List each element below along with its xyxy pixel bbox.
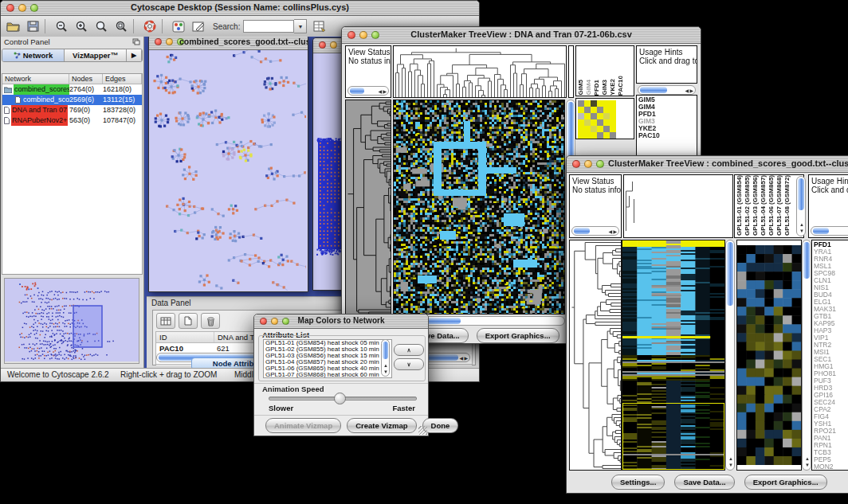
network-row-name[interactable]: combined_sco: [2, 95, 69, 105]
tv2-collabel-scrollbar[interactable]: ▲ ▼: [796, 176, 806, 236]
search-input[interactable]: [243, 20, 294, 33]
dialog-action-button[interactable]: Animate Vizmap: [265, 418, 341, 433]
save-session-button[interactable]: [25, 19, 41, 33]
node-attributes-button[interactable]: [171, 19, 186, 33]
move-up-button[interactable]: ∧: [394, 344, 424, 356]
search-dropdown-button[interactable]: ▼: [294, 19, 307, 33]
dialog-title-bar[interactable]: Map Colors to Network: [254, 315, 428, 329]
tv2-column-dendrogram-panel[interactable]: [623, 174, 733, 238]
network-overview-canvas[interactable]: [5, 279, 139, 361]
tv1-global-heatmap[interactable]: [578, 100, 616, 139]
scroll-down-icon[interactable]: ▼: [728, 462, 733, 468]
col-edges[interactable]: Edges: [103, 74, 142, 84]
scroll-right-icon[interactable]: ▶: [464, 355, 468, 361]
tv2-action-button[interactable]: Save Data...: [674, 475, 734, 490]
attribute-listbox[interactable]: GPL51-01 (GSM854) heat shock 05 minGPL51…: [263, 339, 392, 378]
scroll-up-icon[interactable]: ▲: [799, 221, 804, 228]
col-nodes[interactable]: Nodes: [69, 74, 103, 84]
dialog-action-button[interactable]: Done: [422, 418, 459, 433]
tv1-scroll-strip[interactable]: [568, 45, 574, 98]
tv2-action-button[interactable]: Settings...: [611, 475, 665, 490]
network-view-title-bar[interactable]: combined_scores_good.txt--cluste...: [149, 37, 308, 50]
scroll-right-icon[interactable]: ▶: [613, 229, 617, 235]
network-row[interactable]: DNA and Tran 07769(0)183728(0): [2, 105, 142, 115]
zoom-fit-button[interactable]: [93, 19, 109, 33]
tv1-row-dendrogram-canvas[interactable]: [346, 100, 391, 314]
tv2-usage-hints-panel: Usage Hints Click and drag to: [808, 174, 848, 238]
open-session-button[interactable]: [5, 19, 21, 33]
tv1-heatmap-panel[interactable]: [393, 100, 565, 315]
tv2-heatmap-canvas[interactable]: [622, 240, 724, 470]
annotation-button[interactable]: [190, 19, 206, 33]
attribute-browser-button[interactable]: [312, 19, 328, 33]
scroll-up-icon[interactable]: ▲: [383, 362, 388, 369]
tv2-status-scrollbar[interactable]: ◀ ▶: [571, 226, 619, 236]
tv2-zoom-heatmap-canvas[interactable]: [737, 245, 801, 465]
chevron-down-icon: ▼: [298, 24, 304, 29]
tv1-action-button[interactable]: Export Graphics...: [477, 328, 559, 343]
col-network[interactable]: Network: [2, 74, 69, 84]
scroll-left-icon[interactable]: ◀: [459, 355, 463, 361]
animation-slider-thumb[interactable]: [334, 393, 346, 404]
network-row[interactable]: RNAPuberNov2+563(0)107847(0): [2, 115, 142, 126]
tv1-status-scrollbar[interactable]: ◀ ▶: [347, 86, 389, 96]
tv2-action-button[interactable]: Export Graphics...: [744, 475, 827, 490]
tv2-column-dendrogram-canvas[interactable]: [624, 175, 732, 237]
delete-attribute-button[interactable]: [201, 313, 220, 329]
move-down-button[interactable]: ∨: [394, 358, 424, 370]
tv1-heatmap-canvas[interactable]: [394, 100, 564, 314]
scroll-down-icon[interactable]: ▼: [799, 228, 804, 234]
heatmap-cell: [578, 100, 584, 107]
zoom-selected-button[interactable]: [113, 19, 129, 33]
scroll-up-icon[interactable]: ▲: [805, 455, 810, 462]
scroll-up-icon[interactable]: ▲: [728, 455, 733, 462]
select-attributes-button[interactable]: [156, 313, 175, 329]
tv2-zoom-vscrollbar[interactable]: ▲ ▼: [802, 240, 811, 471]
zoom-in-button[interactable]: [73, 19, 89, 33]
main-title-bar[interactable]: Cytoscape Desktop (Session Name: collins…: [1, 1, 479, 16]
tv1-row-dendrogram-panel[interactable]: [345, 100, 391, 315]
tab-vizmapper[interactable]: VizMapper™: [65, 49, 127, 61]
tv2-row-dendrogram-canvas[interactable]: [570, 240, 621, 470]
tv2-row-dendrogram-panel[interactable]: [569, 240, 622, 471]
col-id[interactable]: ID: [156, 332, 214, 342]
new-attribute-button[interactable]: [179, 313, 198, 329]
scroll-left-icon[interactable]: ◀: [685, 88, 689, 94]
network-row-name[interactable]: DNA and Tran 07: [2, 105, 69, 115]
tv1-usage-scrollbar[interactable]: ◀ ▶: [638, 85, 696, 95]
tv2-heatmap-panel[interactable]: [622, 240, 725, 471]
tab-overflow-button[interactable]: ▶: [127, 49, 142, 61]
attribute-list-scrollbar[interactable]: ▲ ▼: [381, 339, 390, 377]
minimize-button[interactable]: [330, 41, 337, 49]
dialog-action-button[interactable]: Create Vizmap: [347, 418, 416, 433]
tv2-heatmap-vscrollbar[interactable]: ▲ ▼: [725, 240, 735, 471]
treeview2-title-bar[interactable]: ClusterMaker TreeView : combined_scores_…: [567, 156, 848, 173]
help-button[interactable]: [142, 19, 158, 33]
scroll-left-icon[interactable]: ◀: [608, 229, 612, 235]
network-list-header[interactable]: Network Nodes Edges: [2, 74, 142, 84]
attribute-item[interactable]: GPL51-07 (GSM868) heat shock 60 min: [264, 372, 391, 378]
tv2-usage-scrollbar[interactable]: [811, 226, 848, 236]
scroll-down-icon[interactable]: ▼: [805, 462, 810, 468]
tv1-column-dendrogram-panel[interactable]: [393, 45, 567, 98]
scroll-right-icon[interactable]: ▶: [689, 88, 693, 94]
network-row-name[interactable]: combined_scores: [2, 84, 69, 95]
tv1-global-heatmap-panel[interactable]: [575, 98, 634, 139]
network-row[interactable]: combined_scores2764(0)16218(0): [2, 84, 142, 95]
network-row[interactable]: combined_sco2569(6)13112(15): [2, 95, 142, 105]
zoom-out-button[interactable]: [53, 19, 69, 33]
treeview1-title-bar[interactable]: ClusterMaker TreeView : DNA and Tran 07-…: [342, 27, 701, 44]
scroll-down-icon[interactable]: ▼: [383, 369, 388, 375]
network-row-name[interactable]: RNAPuberNov2+: [2, 115, 69, 126]
network-overview[interactable]: [4, 278, 139, 364]
network-view-canvas[interactable]: [149, 50, 306, 291]
float-panel-icon[interactable]: [132, 38, 140, 45]
scroll-right-icon[interactable]: ▶: [383, 88, 387, 95]
scroll-left-icon[interactable]: ◀: [378, 88, 382, 95]
tv2-view-status-text: No status info f: [570, 186, 621, 196]
tv1-column-dendrogram-canvas[interactable]: [394, 46, 566, 97]
resize-grip[interactable]: [418, 426, 427, 435]
tab-network[interactable]: Network: [2, 49, 65, 61]
tv2-zoom-heatmap-panel[interactable]: [736, 240, 802, 471]
close-button[interactable]: [319, 41, 326, 49]
